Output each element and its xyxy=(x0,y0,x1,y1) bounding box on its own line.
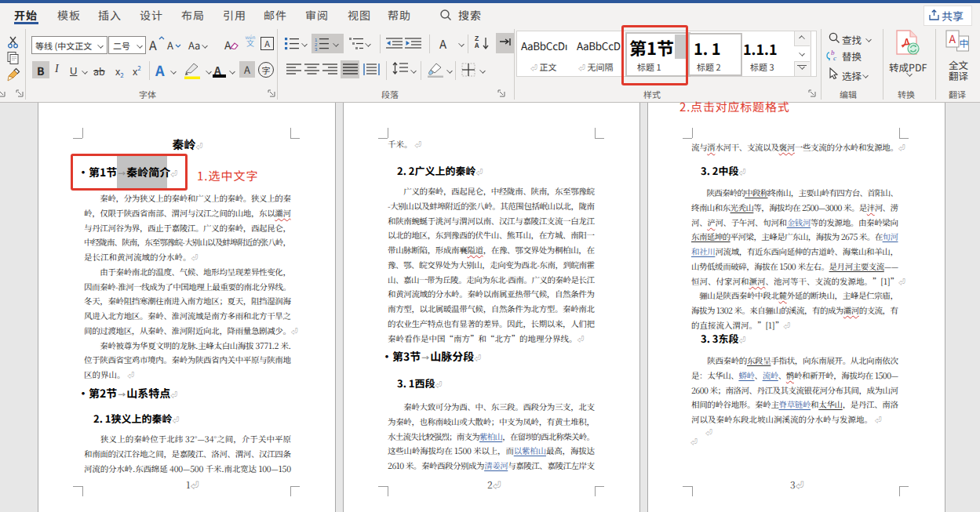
svg-text:3: 3 xyxy=(315,47,318,51)
svg-text:中: 中 xyxy=(960,36,969,49)
svg-text:c: c xyxy=(833,54,836,61)
svg-text:A: A xyxy=(949,31,956,46)
